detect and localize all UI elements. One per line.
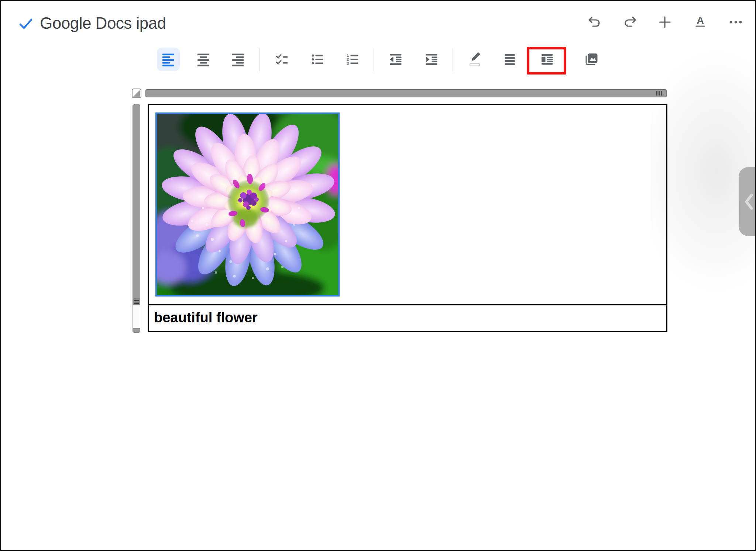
more-menu-button[interactable] [725,12,746,32]
increase-indent-button[interactable] [421,49,442,70]
highlight-pen-button[interactable] [464,49,485,70]
align-right-button[interactable] [227,49,248,70]
table-corner-handle[interactable] [132,89,141,98]
align-center-icon [195,51,212,67]
align-right-icon [230,51,246,67]
undo-icon [586,14,602,30]
insert-button[interactable] [654,12,675,32]
wrap-text-icon [539,51,555,67]
corner-diagonal-icon [132,89,141,98]
svg-text:3: 3 [347,61,349,66]
table-caption-cell[interactable]: beautiful flower [149,305,666,330]
bulleted-list-button[interactable] [307,49,328,70]
more-dots-icon [728,14,744,30]
check-icon [17,15,35,32]
row-resize-grip-icon[interactable] [133,299,140,305]
highlight-pen-icon [467,51,483,67]
row-handle-end-cap [133,328,140,333]
text-format-icon: A [692,14,708,30]
decrease-indent-button[interactable] [385,49,406,70]
align-left-button[interactable] [157,48,180,71]
panel-collapse-tab[interactable] [739,167,756,236]
row1-height-handle[interactable] [133,104,140,299]
flower-photo[interactable] [155,112,340,297]
line-spacing-icon [502,51,518,67]
numbered-list-button[interactable]: 1 2 3 [342,49,363,70]
chevron-left-icon [742,191,756,212]
table-width-handle[interactable] [145,89,667,97]
checklist-button[interactable] [272,49,292,70]
numbered-list-icon: 1 2 3 [344,51,361,67]
wrap-text-button[interactable] [537,49,557,70]
toolbar-separator [259,48,260,71]
table-width-grip-icon[interactable] [656,91,663,96]
svg-text:A: A [697,15,704,26]
done-button[interactable] [16,13,36,34]
google-docs-app-window: Google Docs ipad A [0,0,756,551]
toolbar-separator [374,48,374,71]
plus-icon [657,14,673,30]
bulleted-list-icon [309,51,326,67]
redo-button[interactable] [620,12,640,32]
line-spacing-button[interactable] [499,49,520,70]
insert-image-button[interactable] [581,49,602,70]
document-title[interactable]: Google Docs ipad [40,14,166,32]
checklist-icon [274,51,290,67]
text-format-button[interactable]: A [690,12,711,32]
increase-indent-icon [423,51,440,67]
toolbar-separator [453,48,453,71]
flower-photo-art [157,114,338,295]
align-center-button[interactable] [193,49,214,70]
insert-image-icon [583,51,599,67]
caption-text: beautiful flower [154,310,258,326]
decrease-indent-icon [388,51,404,67]
row2-height-handle[interactable] [133,305,140,328]
redo-icon [622,14,638,30]
align-left-icon [160,51,176,67]
undo-button[interactable] [584,12,605,32]
